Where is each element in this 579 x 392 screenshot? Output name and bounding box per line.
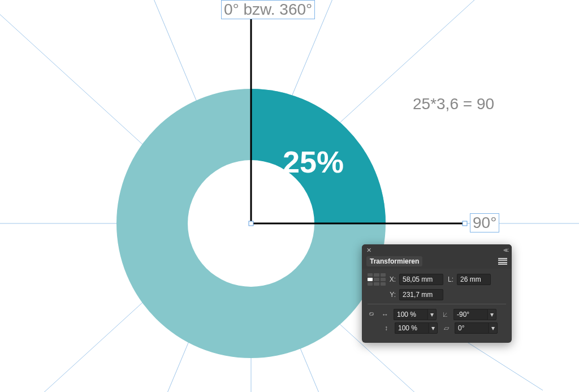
annotation-0-360[interactable]: 0° bzw. 360°	[222, 1, 314, 19]
constrain-proportions-icon[interactable]	[368, 310, 375, 320]
scale-vertical-field[interactable]	[395, 322, 429, 334]
shear-dropdown[interactable]: ▾	[489, 322, 498, 334]
y-label: Y:	[389, 291, 396, 299]
design-canvas[interactable]: 0° bzw. 360° 25*3,6 = 90 90° 25% ✕ << Tr…	[0, 0, 579, 392]
transform-panel[interactable]: ✕ << Transformieren X: L:	[362, 244, 512, 343]
reference-point-selector[interactable]	[368, 273, 386, 286]
collapse-icon[interactable]: <<	[503, 247, 507, 254]
close-icon[interactable]: ✕	[366, 247, 371, 254]
scale-horizontal-icon: ↔	[380, 309, 390, 320]
l-label: L:	[447, 275, 453, 283]
annotation-90[interactable]: 90°	[470, 214, 499, 232]
svg-rect-9	[249, 221, 253, 226]
x-field[interactable]	[399, 274, 443, 285]
rotation-icon: ⟀	[440, 309, 450, 320]
scale-horizontal-field[interactable]	[394, 309, 427, 320]
svg-rect-10	[463, 221, 467, 226]
y-field[interactable]	[399, 289, 443, 300]
annotation-formula[interactable]: 25*3,6 = 90	[411, 95, 496, 113]
donut-percent-label[interactable]: 25%	[283, 144, 344, 179]
l-field[interactable]	[457, 274, 491, 285]
scale-horizontal-dropdown[interactable]: ▾	[427, 309, 437, 320]
shear-field[interactable]	[455, 322, 489, 334]
scale-vertical-icon: ↕	[381, 323, 391, 333]
x-label: X:	[389, 275, 396, 283]
scale-vertical-dropdown[interactable]: ▾	[429, 322, 438, 334]
rotation-dropdown[interactable]: ▾	[487, 309, 496, 320]
panel-menu-icon[interactable]	[498, 258, 507, 265]
rotation-field[interactable]	[453, 309, 487, 320]
panel-title: Transformieren	[366, 256, 422, 266]
shear-icon: ▱	[441, 323, 451, 333]
